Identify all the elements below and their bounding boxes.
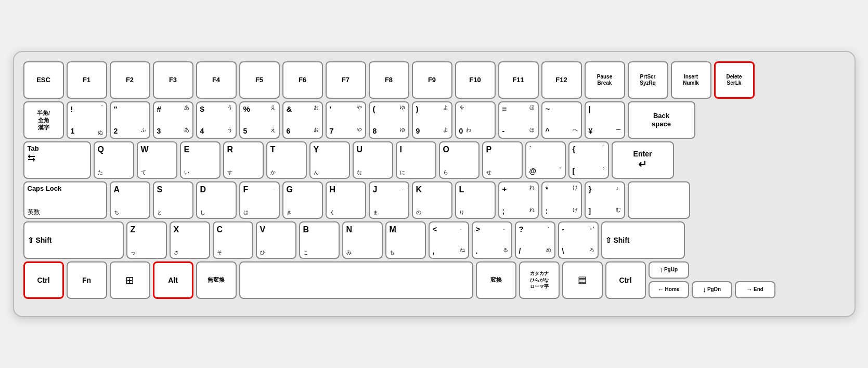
key-p[interactable]: P せ <box>482 141 523 179</box>
key-f4[interactable]: F4 <box>196 61 237 99</box>
key-pgup[interactable]: ↑ PgUp <box>649 261 689 279</box>
key-period[interactable]: > 。 . る <box>472 221 512 259</box>
key-b[interactable]: B こ <box>299 221 340 259</box>
key-pause[interactable]: PauseBreak <box>585 61 625 99</box>
key-tab[interactable]: Tab ⇆ <box>23 141 91 179</box>
key-comma[interactable]: < 、 , ね <box>429 221 469 259</box>
key-n[interactable]: N み <box>342 221 383 259</box>
num-row: 半角/全角漢字 ! " 1 ぬ " 2 ふ # あ <box>23 101 845 139</box>
key-home[interactable]: ← Home <box>649 281 689 298</box>
key-backspace[interactable]: Backspace <box>628 101 695 139</box>
key-colon[interactable]: * け : け <box>541 181 582 219</box>
key-u[interactable]: U な <box>353 141 393 179</box>
key-space[interactable] <box>239 261 473 299</box>
key-f5[interactable]: F5 <box>239 61 280 99</box>
key-m[interactable]: M も <box>385 221 426 259</box>
key-0[interactable]: を 0 わ <box>455 101 496 139</box>
key-semicolon[interactable]: + れ ; れ <box>498 181 539 219</box>
key-pgdn[interactable]: ↓ PgDn <box>692 281 732 298</box>
key-bracket-close[interactable]: } 」 ] む <box>585 181 625 219</box>
key-minus[interactable]: = ほ - ほ <box>498 101 539 139</box>
key-2[interactable]: " 2 ふ <box>110 101 150 139</box>
key-5[interactable]: % え 5 え <box>239 101 280 139</box>
key-8[interactable]: ( ゆ 8 ゆ <box>369 101 409 139</box>
key-f7[interactable]: F7 <box>326 61 366 99</box>
key-a[interactable]: A ち <box>110 181 150 219</box>
key-q[interactable]: Q た <box>94 141 134 179</box>
key-z[interactable]: Z っ <box>126 221 167 259</box>
tab-row: Tab ⇆ Q た W て E い R す T か Y ん U な <box>23 141 845 179</box>
key-f11[interactable]: F11 <box>498 61 539 99</box>
key-g[interactable]: G き <box>282 181 323 219</box>
key-delete[interactable]: DeleteScrLk <box>714 61 755 99</box>
key-muhenkan[interactable]: 無変換 <box>196 261 237 299</box>
key-yen[interactable]: | ¥ ー <box>585 101 625 139</box>
key-shift-left[interactable]: ⇧ Shift <box>23 221 124 259</box>
key-f10[interactable]: F10 <box>455 61 496 99</box>
key-caret[interactable]: ~ ^ へ <box>541 101 582 139</box>
key-w[interactable]: W て <box>137 141 177 179</box>
key-end[interactable]: → End <box>735 281 775 298</box>
key-f[interactable]: F _ は <box>239 181 280 219</box>
key-app[interactable]: ▤ <box>562 261 603 299</box>
key-o[interactable]: O ら <box>439 141 480 179</box>
nav-cluster: ↑ PgUp ← Home ↓ PgDn <box>649 261 775 299</box>
key-backslash[interactable]: - い \ ろ <box>558 221 599 259</box>
fn-row: ESC F1 F2 F3 F4 F5 F6 F7 F8 F9 F10 <box>23 61 845 99</box>
shift-row: ⇧ Shift Z っ X さ C そ V ひ B こ N み M も <box>23 221 845 259</box>
key-f8[interactable]: F8 <box>369 61 409 99</box>
key-x[interactable]: X さ <box>170 221 210 259</box>
key-insert[interactable]: InsertNumlk <box>671 61 711 99</box>
key-s[interactable]: S と <box>153 181 193 219</box>
key-c[interactable]: C そ <box>213 221 253 259</box>
key-ctrl-right[interactable]: Ctrl <box>605 261 646 299</box>
key-4[interactable]: $ う 4 う <box>196 101 237 139</box>
key-backtick[interactable]: ` @ " <box>525 141 566 179</box>
key-l[interactable]: L り <box>455 181 496 219</box>
key-esc[interactable]: ESC <box>23 61 64 99</box>
key-d[interactable]: D し <box>196 181 237 219</box>
key-enter[interactable]: Enter ↵ <box>612 141 674 179</box>
key-f3[interactable]: F3 <box>153 61 193 99</box>
key-f1[interactable]: F1 <box>67 61 107 99</box>
key-win[interactable]: ⊞ <box>110 261 150 299</box>
key-j[interactable]: J _ ま <box>369 181 409 219</box>
key-enter-wrap: Enter ↵ <box>612 141 674 179</box>
key-h[interactable]: H く <box>326 181 366 219</box>
key-slash[interactable]: ? ・ / め <box>515 221 555 259</box>
key-7[interactable]: ' や 7 や <box>326 101 366 139</box>
key-f12[interactable]: F12 <box>541 61 582 99</box>
key-6[interactable]: & お 6 お <box>282 101 323 139</box>
key-k[interactable]: K の <box>412 181 452 219</box>
key-bracket-open[interactable]: { 「 [ ° <box>568 141 609 179</box>
key-f2[interactable]: F2 <box>110 61 150 99</box>
key-katakana[interactable]: カタカナひらがなローマ字 <box>519 261 560 299</box>
key-shift-right[interactable]: ⇧ Shift <box>601 221 685 259</box>
key-f6[interactable]: F6 <box>282 61 323 99</box>
key-f9[interactable]: F9 <box>412 61 452 99</box>
key-prtscr[interactable]: PrtScrSyzRq <box>628 61 668 99</box>
key-t[interactable]: T か <box>266 141 307 179</box>
key-e[interactable]: E い <box>180 141 221 179</box>
key-enter-bottom[interactable] <box>628 181 690 219</box>
key-3[interactable]: # あ 3 あ <box>153 101 193 139</box>
key-ctrl-left[interactable]: Ctrl <box>23 261 64 299</box>
key-1[interactable]: ! " 1 ぬ <box>67 101 107 139</box>
key-y[interactable]: Y ん <box>309 141 350 179</box>
key-r[interactable]: R す <box>223 141 264 179</box>
keyboard: ESC F1 F2 F3 F4 F5 F6 F7 F8 F9 F10 <box>13 51 856 317</box>
key-henkan[interactable]: 変換 <box>476 261 516 299</box>
nav-bottom: ← Home ↓ PgDn → End <box>649 281 775 298</box>
key-i[interactable]: I に <box>396 141 436 179</box>
caps-row: Caps Lock 英数 A ち S と D し F _ は G き H く <box>23 181 845 219</box>
key-capslock[interactable]: Caps Lock 英数 <box>23 181 107 219</box>
key-v[interactable]: V ひ <box>256 221 296 259</box>
bottom-row: Ctrl Fn ⊞ Alt 無変換 変換 カタカナひらがなローマ字 ▤ Ctrl <box>23 261 845 299</box>
key-fn[interactable]: Fn <box>67 261 107 299</box>
key-alt-left[interactable]: Alt <box>153 261 193 299</box>
key-9[interactable]: ) よ 9 よ <box>412 101 452 139</box>
key-hankaku[interactable]: 半角/全角漢字 <box>23 101 64 139</box>
